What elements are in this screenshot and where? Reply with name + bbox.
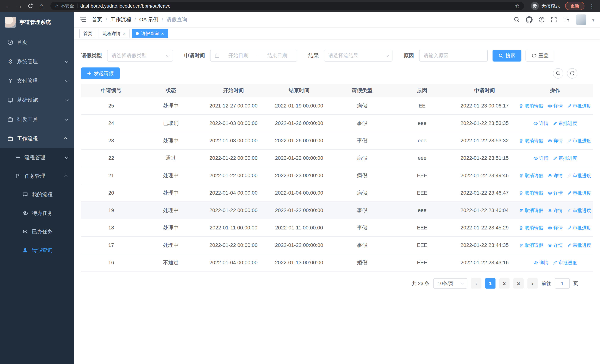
sidebar-item-my-process[interactable]: 我的流程 bbox=[0, 185, 74, 204]
pen-icon bbox=[567, 104, 572, 108]
reset-button[interactable]: 重置 bbox=[525, 50, 554, 62]
browser-forward-icon[interactable] bbox=[14, 1, 24, 11]
tab-label: 首页 bbox=[83, 31, 92, 37]
breadcrumb-workflow[interactable]: 工作流程 bbox=[111, 16, 131, 23]
cancel-leave-link[interactable]: 取消请假 bbox=[519, 173, 543, 179]
help-icon[interactable] bbox=[538, 17, 545, 23]
cancel-leave-link[interactable]: 取消请假 bbox=[519, 242, 543, 248]
sidebar-item-done-tasks[interactable]: 已办任务 bbox=[0, 222, 74, 241]
date-range-picker[interactable]: 开始日期 - 结束日期 bbox=[210, 50, 297, 62]
approval-progress-link[interactable]: 审批进度 bbox=[567, 225, 591, 231]
avatar-caret-icon[interactable] bbox=[592, 16, 594, 23]
refresh-table-icon[interactable] bbox=[567, 68, 577, 79]
next-page-button[interactable]: › bbox=[527, 278, 538, 289]
not-secure-label: 不安全 bbox=[61, 3, 74, 9]
url-text[interactable]: dashboard.yudao.iocoder.cn/bpm/oa/leave bbox=[80, 3, 512, 9]
close-icon[interactable]: × bbox=[161, 31, 164, 36]
result-select[interactable]: 请选择流结果 bbox=[324, 50, 393, 62]
detail-link[interactable]: 详情 bbox=[533, 155, 548, 161]
font-size-icon[interactable] bbox=[563, 17, 570, 23]
cancel-leave-label: 取消请假 bbox=[525, 103, 543, 109]
detail-link[interactable]: 详情 bbox=[548, 103, 563, 109]
address-bar[interactable]: 不安全 dashboard.yudao.iocoder.cn/bpm/oa/le… bbox=[50, 2, 524, 10]
sidebar-item-system[interactable]: 系统管理 bbox=[0, 52, 74, 71]
search-button[interactable]: 搜索 bbox=[493, 50, 521, 62]
approval-progress-link[interactable]: 审批进度 bbox=[567, 103, 591, 109]
tab-process-detail[interactable]: 流程详情 × bbox=[99, 29, 130, 38]
fullscreen-icon[interactable] bbox=[551, 17, 557, 23]
cell-actions: 取消请假 详情 审批进度 bbox=[517, 97, 593, 114]
sidebar-item-workflow[interactable]: 工作流程 bbox=[0, 129, 74, 148]
sidebar-item-label: 我的流程 bbox=[32, 191, 53, 198]
approval-progress-link[interactable]: 审批进度 bbox=[567, 207, 591, 214]
sidebar-item-label: 系统管理 bbox=[17, 58, 38, 65]
detail-link[interactable]: 详情 bbox=[548, 138, 563, 144]
reason-input[interactable] bbox=[419, 50, 488, 62]
browser-home-icon[interactable] bbox=[36, 1, 47, 11]
leave-type-select[interactable]: 请选择请假类型 bbox=[107, 50, 173, 62]
sidebar-item-task-management[interactable]: 任务管理 bbox=[0, 167, 74, 185]
sidebar-item-todo-tasks[interactable]: 待办任务 bbox=[0, 204, 74, 222]
sidebar-item-payment[interactable]: 支付管理 bbox=[0, 71, 74, 90]
table-row: 25 处理中 2021-12-27 00:00:00 2022-01-19 00… bbox=[81, 97, 593, 114]
col-apply-id: 申请编号 bbox=[81, 84, 141, 97]
approval-progress-link[interactable]: 审批进度 bbox=[567, 173, 591, 179]
cancel-leave-link[interactable]: 取消请假 bbox=[519, 190, 543, 196]
detail-link[interactable]: 详情 bbox=[533, 260, 548, 266]
chevron-down-icon bbox=[385, 53, 389, 57]
page-button-3[interactable]: 3 bbox=[513, 278, 524, 289]
cancel-leave-link[interactable]: 取消请假 bbox=[519, 225, 543, 231]
sidebar-item-devtools[interactable]: 研发工具 bbox=[0, 110, 74, 129]
tab-leave-query[interactable]: 请假查询 × bbox=[132, 29, 168, 38]
breadcrumb-oa-example[interactable]: OA 示例 bbox=[139, 16, 159, 23]
prev-page-button[interactable]: ‹ bbox=[471, 278, 481, 289]
approval-progress-link[interactable]: 审批进度 bbox=[567, 242, 591, 248]
approval-progress-link[interactable]: 审批进度 bbox=[553, 155, 577, 161]
table-row: 20 处理中 2022-01-04 00:00:00 2022-01-04 00… bbox=[81, 184, 593, 202]
browser-menu-icon[interactable] bbox=[587, 1, 597, 11]
detail-link[interactable]: 详情 bbox=[548, 207, 563, 214]
page-button-2[interactable]: 2 bbox=[499, 278, 510, 289]
app-logo[interactable]: 芋道管理系统 bbox=[0, 12, 74, 33]
browser-update-button[interactable]: 更新 bbox=[565, 2, 584, 10]
page-size-select[interactable]: 10条/页 bbox=[433, 278, 467, 289]
table-row: 24 已取消 2022-01-03 00:00:00 2022-01-26 00… bbox=[81, 114, 593, 132]
chevron-down-icon bbox=[166, 53, 170, 57]
tab-home[interactable]: 首页 bbox=[79, 29, 96, 38]
browser-refresh-icon[interactable] bbox=[25, 1, 36, 11]
cell-start-time: 2022-01-03 00:00:00 bbox=[200, 114, 266, 132]
approval-progress-link[interactable]: 审批进度 bbox=[553, 120, 577, 126]
page-button-1[interactable]: 1 bbox=[485, 278, 496, 289]
approval-progress-link[interactable]: 审批进度 bbox=[567, 138, 591, 144]
breadcrumb-home[interactable]: 首页 bbox=[92, 16, 102, 23]
cell-leave-type: 事假 bbox=[332, 114, 393, 132]
detail-link[interactable]: 详情 bbox=[533, 120, 548, 126]
browser-back-icon[interactable] bbox=[3, 1, 13, 11]
detail-link[interactable]: 详情 bbox=[548, 225, 563, 231]
detail-link[interactable]: 详情 bbox=[548, 242, 563, 248]
sidebar-item-process-management[interactable]: 流程管理 bbox=[0, 148, 74, 167]
user-avatar[interactable] bbox=[576, 14, 586, 25]
cancel-leave-link[interactable]: 取消请假 bbox=[519, 103, 543, 109]
collapse-sidebar-icon[interactable] bbox=[80, 16, 86, 23]
not-secure-warning[interactable]: 不安全 bbox=[55, 3, 74, 9]
approval-progress-link[interactable]: 审批进度 bbox=[567, 190, 591, 196]
close-icon[interactable]: × bbox=[123, 31, 125, 36]
search-icon[interactable] bbox=[514, 17, 520, 23]
github-icon[interactable] bbox=[526, 16, 533, 23]
sidebar-item-leave-query[interactable]: 请假查询 bbox=[0, 241, 74, 260]
sidebar-item-infrastructure[interactable]: 基础设施 bbox=[0, 90, 74, 110]
detail-link[interactable]: 详情 bbox=[548, 190, 563, 196]
cell-apply-id: 23 bbox=[81, 132, 141, 149]
cancel-leave-link[interactable]: 取消请假 bbox=[519, 207, 543, 214]
detail-link[interactable]: 详情 bbox=[548, 173, 563, 179]
bookmark-star-icon[interactable] bbox=[515, 3, 520, 9]
cancel-leave-link[interactable]: 取消请假 bbox=[519, 138, 543, 144]
sidebar-item-home[interactable]: 首页 bbox=[0, 33, 74, 52]
toggle-search-icon[interactable] bbox=[553, 68, 563, 79]
plus-icon bbox=[87, 71, 92, 76]
create-leave-button[interactable]: 发起请假 bbox=[81, 67, 120, 79]
trash-icon bbox=[519, 208, 524, 213]
approval-progress-link[interactable]: 审批进度 bbox=[553, 260, 577, 266]
goto-page-input[interactable] bbox=[555, 278, 570, 289]
